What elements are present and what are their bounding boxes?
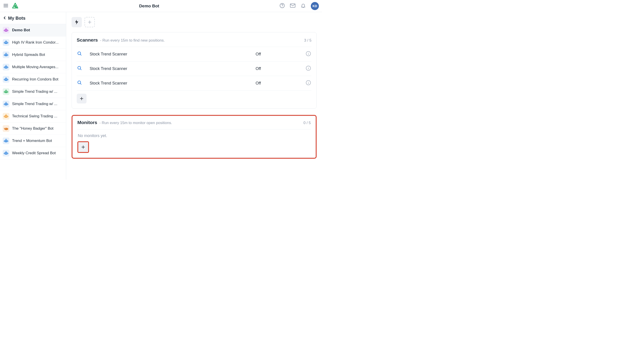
svg-rect-43 bbox=[6, 90, 6, 91]
add-tab-button[interactable] bbox=[84, 17, 95, 27]
svg-rect-71 bbox=[5, 152, 8, 154]
logo-icon[interactable] bbox=[12, 2, 19, 10]
sidebar-item-bot[interactable]: Hybrid Spreads Bot bbox=[0, 49, 66, 61]
sidebar-item-bot[interactable]: High IV Rank Iron Condor... bbox=[0, 36, 66, 49]
scanner-row[interactable]: Stock Trend ScannerOff bbox=[77, 62, 312, 76]
help-icon[interactable] bbox=[280, 3, 285, 9]
tab-row bbox=[72, 17, 317, 27]
robot-icon bbox=[3, 150, 10, 156]
add-monitor-button[interactable] bbox=[78, 142, 88, 152]
sidebar-item-bot[interactable]: Trend + Momentum Bot bbox=[0, 135, 66, 147]
robot-icon bbox=[3, 52, 10, 58]
add-monitor-highlight bbox=[77, 141, 89, 153]
robot-icon bbox=[3, 64, 10, 70]
page-title: Demo Bot bbox=[139, 4, 159, 8]
sidebar-back[interactable]: My Bots bbox=[0, 12, 66, 24]
svg-point-63 bbox=[5, 128, 5, 129]
svg-rect-75 bbox=[8, 153, 8, 154]
sidebar-item-label: Hybrid Spreads Bot bbox=[12, 52, 45, 57]
avatar[interactable]: KD bbox=[311, 2, 319, 10]
scanner-status: Off bbox=[256, 52, 300, 56]
svg-line-91 bbox=[80, 84, 82, 84]
svg-rect-44 bbox=[4, 92, 4, 92]
svg-point-39 bbox=[5, 79, 6, 80]
svg-rect-8 bbox=[6, 28, 6, 29]
svg-point-32 bbox=[5, 67, 6, 68]
scanner-row[interactable]: Stock Trend ScannerOff bbox=[77, 47, 312, 62]
svg-rect-59 bbox=[8, 116, 8, 117]
monitors-empty: No monitors yet. bbox=[77, 130, 311, 139]
sidebar-item-bot[interactable]: Multiple Moving Averages... bbox=[0, 61, 66, 73]
svg-point-76 bbox=[5, 153, 6, 154]
svg-rect-23 bbox=[4, 54, 4, 56]
sidebar-item-bot[interactable]: Simple Trend Trading w/ ... bbox=[0, 98, 66, 110]
scanner-name: Stock Trend Scanner bbox=[90, 52, 256, 56]
svg-point-83 bbox=[308, 52, 308, 53]
bot-list: Demo BotHigh IV Rank Iron Condor...Hybri… bbox=[0, 24, 66, 160]
svg-rect-41 bbox=[5, 90, 8, 93]
scanner-status: Off bbox=[256, 81, 300, 86]
svg-rect-64 bbox=[5, 140, 8, 142]
svg-point-69 bbox=[5, 140, 6, 141]
svg-rect-16 bbox=[4, 42, 4, 43]
svg-rect-20 bbox=[5, 54, 8, 56]
svg-point-77 bbox=[6, 153, 7, 154]
svg-rect-79 bbox=[88, 22, 91, 22]
mail-icon[interactable] bbox=[290, 3, 296, 9]
svg-point-26 bbox=[6, 54, 7, 55]
automations-tab[interactable] bbox=[72, 17, 82, 27]
svg-rect-51 bbox=[4, 104, 4, 105]
monitors-subtitle: - Run every 15m to monitor open position… bbox=[100, 121, 172, 125]
info-icon[interactable] bbox=[306, 66, 311, 72]
sidebar-item-label: Demo Bot bbox=[12, 28, 30, 32]
svg-point-60 bbox=[5, 116, 6, 117]
sidebar: My Bots Demo BotHigh IV Rank Iron Condor… bbox=[0, 12, 66, 180]
svg-rect-10 bbox=[8, 30, 8, 31]
scanner-row[interactable]: Stock Trend ScannerOff bbox=[77, 76, 312, 90]
search-icon bbox=[77, 66, 90, 72]
robot-icon bbox=[3, 113, 10, 120]
scanner-name: Stock Trend Scanner bbox=[90, 81, 256, 86]
sidebar-item-label: High IV Rank Iron Condor... bbox=[12, 40, 58, 45]
menu-icon[interactable] bbox=[3, 3, 8, 9]
scanners-subtitle: - Run every 15m to find new positions. bbox=[100, 38, 165, 43]
svg-rect-96 bbox=[80, 98, 83, 99]
svg-point-54 bbox=[6, 104, 7, 104]
svg-rect-67 bbox=[4, 140, 4, 142]
sidebar-item-label: Trend + Momentum Bot bbox=[12, 138, 52, 143]
sidebar-item-bot[interactable]: Demo Bot bbox=[0, 24, 66, 36]
scanners-title: Scanners bbox=[77, 37, 98, 43]
sidebar-item-label: The "Honey Badger" Bot bbox=[12, 126, 54, 131]
topbar-left bbox=[3, 2, 19, 10]
add-scanner-button[interactable] bbox=[77, 94, 86, 104]
sidebar-item-bot[interactable]: Weekly Credit Spread Bot bbox=[0, 147, 66, 160]
bell-icon[interactable] bbox=[300, 3, 306, 9]
monitors-count: 0 / 5 bbox=[304, 121, 311, 125]
robot-icon bbox=[3, 138, 10, 144]
sidebar-item-bot[interactable]: Technical Swing Trading ... bbox=[0, 110, 66, 122]
svg-rect-45 bbox=[8, 92, 8, 92]
svg-rect-50 bbox=[6, 102, 6, 103]
sidebar-item-label: Simple Trend Trading w/ ... bbox=[12, 102, 57, 106]
robot-icon bbox=[3, 100, 10, 107]
svg-point-4 bbox=[282, 6, 282, 7]
svg-rect-29 bbox=[6, 66, 6, 66]
topbar-right: KD bbox=[280, 2, 319, 10]
search-icon bbox=[77, 80, 90, 86]
svg-rect-13 bbox=[5, 41, 8, 44]
scanners-count: 3 / 5 bbox=[304, 38, 312, 43]
svg-point-70 bbox=[6, 140, 7, 141]
svg-point-62 bbox=[4, 128, 8, 130]
sidebar-item-bot[interactable]: The "Honey Badger" Bot bbox=[0, 122, 66, 135]
monitors-panel: Monitors - Run every 15m to monitor open… bbox=[72, 115, 317, 159]
robot-icon bbox=[3, 27, 10, 34]
svg-point-53 bbox=[5, 104, 6, 104]
svg-rect-30 bbox=[4, 67, 4, 68]
svg-rect-6 bbox=[5, 29, 8, 32]
info-icon[interactable] bbox=[306, 80, 311, 86]
svg-rect-31 bbox=[8, 67, 8, 68]
sidebar-item-bot[interactable]: Recurring Iron Condors Bot bbox=[0, 73, 66, 86]
scanners-panel: Scanners - Run every 15m to find new pos… bbox=[72, 32, 317, 109]
sidebar-item-bot[interactable]: Simple Trend Trading w/ ... bbox=[0, 86, 66, 98]
info-icon[interactable] bbox=[306, 51, 311, 57]
